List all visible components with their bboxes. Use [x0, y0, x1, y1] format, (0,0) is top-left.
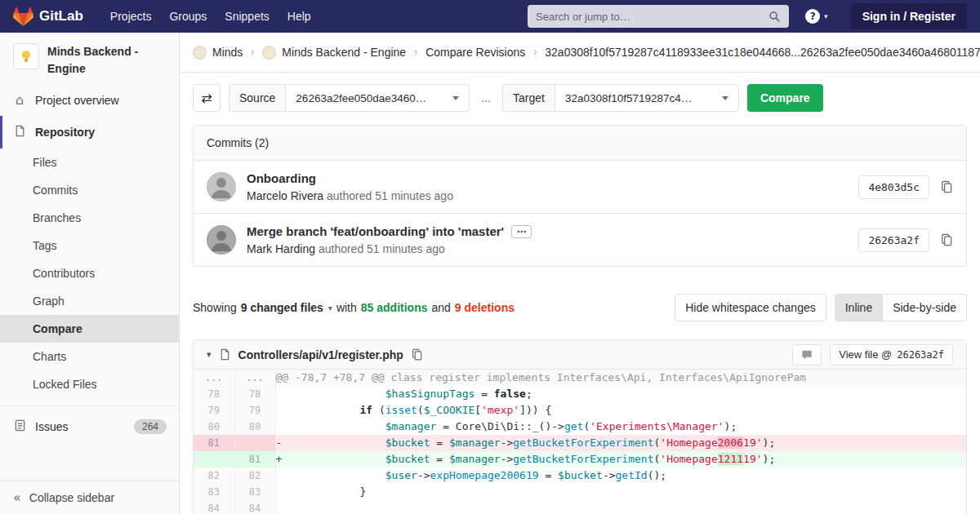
new-line-number[interactable]	[234, 435, 275, 451]
source-select-group: Source 26263a2fee050dae3460…	[229, 84, 470, 112]
chevron-down-icon: ▾	[328, 304, 332, 312]
global-search[interactable]	[528, 5, 789, 28]
side-by-side-view-button[interactable]: Side-by-side	[883, 294, 967, 321]
new-line-number[interactable]: 81	[234, 451, 275, 467]
sidebar-subitem-files[interactable]: Files	[0, 148, 179, 176]
commit-sha-link[interactable]: 26263a2f	[858, 228, 929, 252]
inline-view-button[interactable]: Inline	[835, 294, 883, 321]
commit-row: Merge branch 'feat/onboarding' into 'mas…	[194, 213, 966, 266]
range-dots: ...	[478, 91, 494, 104]
sidebar-item-issues[interactable]: Issues 264	[0, 410, 179, 443]
swap-revisions-button[interactable]: ⇄	[193, 84, 220, 112]
nav-item-snippets[interactable]: Snippets	[216, 5, 278, 28]
commit-author-link[interactable]: Marcelo Rivera	[247, 189, 323, 202]
new-line-number[interactable]: 83	[234, 484, 275, 500]
new-line-number[interactable]: 82	[234, 467, 275, 484]
view-file-sha: 26263a2f	[897, 349, 944, 361]
old-line-number[interactable]: 83	[194, 484, 234, 500]
changed-files-dropdown[interactable]: 9 changed files ▾	[241, 301, 332, 314]
commit-title-link[interactable]: Onboarding	[247, 171, 316, 185]
commit-author-link[interactable]: Mark Harding	[247, 242, 315, 255]
copy-sha-button[interactable]	[940, 180, 953, 193]
copy-file-path-button[interactable]	[411, 348, 423, 361]
breadcrumb-compare-revisions[interactable]: Compare Revisions	[425, 46, 525, 59]
old-line-number[interactable]	[194, 451, 234, 467]
collapse-diff-caret-icon[interactable]: ▾	[207, 349, 212, 360]
sidebar-subitem-commits[interactable]: Commits	[0, 176, 179, 204]
sidebar-subitem-charts[interactable]: Charts	[0, 343, 179, 370]
source-dropdown[interactable]: 26263a2fee050dae3460…	[285, 84, 470, 112]
old-line-number[interactable]: 82	[194, 467, 234, 484]
code-token: 'Homepage	[660, 453, 717, 465]
sidebar-subitem-compare[interactable]: Compare	[0, 315, 179, 343]
code-token-changed: 1211	[718, 453, 743, 465]
old-line-number[interactable]: 78	[194, 386, 234, 402]
new-line-number: ...	[234, 370, 275, 386]
compare-form: ⇄ Source 26263a2fee050dae3460… ... Targe…	[193, 84, 967, 112]
code-line	[275, 500, 966, 514]
commit-sha-link[interactable]: 4e803d5c	[858, 175, 929, 199]
sidebar-subitem-locked-files[interactable]: Locked Files	[0, 370, 179, 398]
nav-item-projects[interactable]: Projects	[101, 5, 161, 28]
copy-sha-button[interactable]	[940, 233, 953, 246]
gitlab-wordmark: GitLab	[39, 8, 83, 24]
help-dropdown[interactable]: ? ▾	[805, 9, 828, 24]
old-line-number[interactable]: 81	[194, 435, 234, 451]
old-line-number[interactable]: 80	[194, 419, 234, 435]
breadcrumb-separator-icon: ›	[413, 45, 418, 60]
old-line-number[interactable]: 84	[194, 500, 234, 514]
new-line-number[interactable]: 79	[234, 402, 275, 419]
commit-actions: 4e803d5c	[858, 175, 953, 199]
project-context-link[interactable]: Minds Backend - Engine	[0, 33, 179, 85]
sidebar-item-repository[interactable]: Repository	[0, 116, 179, 148]
nav-item-help[interactable]: Help	[278, 5, 320, 28]
toggle-comments-button[interactable]	[792, 344, 822, 366]
compare-button[interactable]: Compare	[747, 84, 823, 112]
diff-file-path[interactable]: Controllers/api/v1/register.php	[238, 348, 403, 361]
breadcrumb-section-label: Compare Revisions	[425, 46, 525, 59]
code-token: isset	[385, 404, 417, 416]
code-token: if	[359, 404, 372, 416]
new-line-number[interactable]: 78	[234, 386, 275, 402]
diff-line-context: 78 78 $hasSignupTags = false;	[194, 386, 966, 402]
old-line-number[interactable]: 79	[194, 402, 234, 419]
diff-sign: +	[276, 451, 283, 467]
code-token: get	[564, 420, 583, 432]
sidebar-item-project-overview[interactable]: ⌂ Project overview	[0, 85, 179, 116]
sidebar: Minds Backend - Engine ⌂ Project overvie…	[0, 33, 180, 514]
new-line-number[interactable]: 80	[234, 419, 275, 435]
code-line: - $bucket = $manager->getBucketForExperi…	[275, 435, 966, 451]
commit-meta-text: authored 51 minutes ago	[318, 242, 445, 255]
code-token: ->	[603, 469, 616, 481]
breadcrumb-project[interactable]: Minds Backend - Engine	[262, 46, 406, 60]
diff-line-deleted: 81 - $bucket = $manager->getBucketForExp…	[194, 435, 966, 451]
code-token: );	[763, 453, 776, 465]
expand-commit-message-button[interactable]: ⋯	[511, 225, 532, 238]
diff-line-context: 80 80 $manager = Core\Di\Di::_()->get('E…	[194, 419, 966, 435]
sign-in-button[interactable]: Sign in / Register	[851, 3, 967, 29]
hide-whitespace-button[interactable]: Hide whitespace changes	[675, 294, 826, 321]
sidebar-subitem-branches[interactable]: Branches	[0, 204, 179, 232]
chevron-down-icon	[722, 96, 728, 100]
view-file-button[interactable]: View file @ 26263a2f	[830, 344, 953, 366]
breadcrumb-group[interactable]: Minds	[193, 46, 243, 60]
code-token	[283, 436, 385, 449]
file-icon	[219, 348, 231, 361]
code-token: ->	[501, 436, 514, 449]
code-line: $user->expHomepage200619 = $bucket->getI…	[275, 467, 966, 484]
nav-item-groups[interactable]: Groups	[160, 5, 216, 28]
collapse-sidebar-button[interactable]: « Collapse sidebar	[0, 481, 179, 514]
new-line-number[interactable]: 84	[234, 500, 275, 514]
diff-table: ... ... @@ -78,7 +78,7 @@ class register…	[194, 370, 966, 514]
sidebar-subitem-graph[interactable]: Graph	[0, 287, 179, 315]
additions-count: 85 additions	[361, 301, 428, 314]
sidebar-subitem-tags[interactable]: Tags	[0, 232, 179, 259]
gitlab-logo[interactable]: GitLab	[13, 7, 83, 27]
code-token: $bucket	[558, 469, 603, 481]
search-input[interactable]	[536, 11, 768, 23]
commit-title-link[interactable]: Merge branch 'feat/onboarding' into 'mas…	[247, 224, 504, 238]
target-dropdown[interactable]: 32a0308f10f5719287c4…	[555, 84, 739, 112]
breadcrumb-separator-icon: ›	[250, 45, 255, 60]
sidebar-subitem-contributors[interactable]: Contributors	[0, 259, 179, 287]
changed-files-label: 9 changed files	[241, 301, 323, 314]
